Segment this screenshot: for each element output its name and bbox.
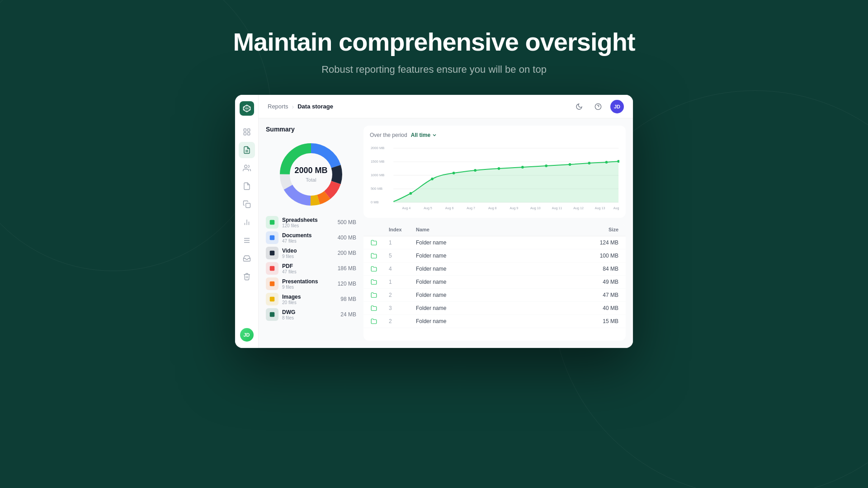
summary-title: Summary — [266, 126, 356, 133]
table-col-index: Index — [389, 227, 416, 232]
table-cell-name: Folder name — [416, 279, 582, 285]
table-cell-index: 1 — [389, 239, 416, 246]
sidebar-item-settings[interactable] — [239, 232, 255, 249]
file-list-item: Spreadsheets 120 files 500 MB — [266, 216, 356, 229]
file-name: Presentations — [282, 278, 334, 285]
file-name: Video — [282, 248, 334, 254]
sidebar-item-trash[interactable] — [239, 268, 255, 285]
folder-icon-cell — [371, 305, 389, 311]
table-cell-name: Folder name — [416, 318, 582, 324]
file-info: DWG 8 files — [282, 309, 337, 320]
table-row[interactable]: 5 Folder name 100 MB — [363, 249, 626, 263]
app-window: JD Reports › Data storage — [235, 95, 633, 348]
app-logo[interactable] — [240, 101, 254, 116]
file-size: 24 MB — [340, 311, 356, 318]
folder-icon-cell — [371, 292, 389, 298]
donut-total-value: 2000 MB — [294, 166, 327, 175]
table-header-row: Index Name Size — [363, 223, 626, 236]
table-cell-size: 40 MB — [582, 305, 618, 311]
sidebar-item-dashboard[interactable] — [239, 124, 255, 140]
hero-section: Maintain comprehensive oversight Robust … — [0, 0, 868, 75]
table-row[interactable]: 1 Folder name 49 MB — [363, 276, 626, 289]
chart-section: Over the period All time 2000 MB 1500 MB… — [363, 126, 626, 218]
sidebar-item-users[interactable] — [239, 160, 255, 176]
svg-point-47 — [569, 163, 571, 166]
hero-subtitle: Robust reporting features ensure you wil… — [0, 64, 868, 75]
file-list-item: DWG 8 files 24 MB — [266, 308, 356, 321]
header-actions: JD — [572, 100, 624, 113]
folder-icon — [371, 239, 377, 246]
sidebar-item-inbox[interactable] — [239, 250, 255, 267]
file-info: Presentations 9 files — [282, 278, 334, 290]
file-info: PDF 47 files — [282, 263, 334, 274]
file-type-icon — [266, 231, 278, 244]
svg-point-49 — [605, 161, 608, 164]
chart-period-select-button[interactable]: All time — [411, 132, 437, 138]
svg-rect-23 — [270, 220, 275, 225]
table-cell-size: 100 MB — [582, 253, 618, 259]
table-cell-size: 47 MB — [582, 292, 618, 298]
table-row[interactable]: 4 Folder name 84 MB — [363, 263, 626, 276]
table-cell-name: Folder name — [416, 266, 582, 272]
svg-point-48 — [588, 162, 591, 164]
svg-text:500 MB: 500 MB — [371, 187, 382, 191]
svg-rect-24 — [270, 235, 275, 240]
file-info: Documents 47 files — [282, 232, 334, 244]
sidebar-item-copy[interactable] — [239, 196, 255, 212]
file-list-item: Images 20 files 98 MB — [266, 293, 356, 305]
table-cell-name: Folder name — [416, 239, 582, 246]
header-user-avatar[interactable]: JD — [610, 100, 624, 113]
svg-rect-26 — [270, 266, 275, 271]
file-list-item: Video 9 files 200 MB — [266, 247, 356, 259]
table-row[interactable]: 2 Folder name 47 MB — [363, 289, 626, 302]
svg-rect-0 — [244, 129, 246, 131]
folder-icon — [371, 279, 377, 285]
table-cell-size: 15 MB — [582, 318, 618, 324]
table-cell-name: Folder name — [416, 292, 582, 298]
app-header: Reports › Data storage JD — [259, 95, 633, 118]
folder-table: Index Name Size 1 Folder name 124 MB 5 F… — [363, 223, 626, 341]
file-count: 47 files — [282, 269, 334, 274]
chart-header: Over the period All time — [370, 132, 619, 138]
svg-text:Aug 6: Aug 6 — [445, 206, 454, 210]
table-col-size: Size — [582, 227, 618, 232]
file-info: Video 9 files — [282, 248, 334, 259]
svg-rect-2 — [244, 133, 246, 135]
folder-icon-cell — [371, 253, 389, 259]
svg-text:Aug 9: Aug 9 — [510, 206, 519, 210]
svg-text:Aug 8: Aug 8 — [488, 206, 497, 210]
file-size: 200 MB — [338, 250, 356, 256]
table-row[interactable]: 3 Folder name 40 MB — [363, 302, 626, 315]
folder-icon — [371, 305, 377, 311]
sidebar-item-chart[interactable] — [239, 214, 255, 230]
svg-text:2000 MB: 2000 MB — [371, 146, 384, 150]
table-cell-index: 4 — [389, 266, 416, 272]
table-row[interactable]: 1 Folder name 124 MB — [363, 236, 626, 249]
sidebar-item-docs[interactable] — [239, 178, 255, 194]
sidebar-user-avatar[interactable]: JD — [240, 328, 254, 342]
file-list-item: PDF 47 files 186 MB — [266, 262, 356, 275]
chart-period-value: All time — [411, 132, 430, 138]
table-cell-name: Folder name — [416, 253, 582, 259]
file-name: Spreadsheets — [282, 217, 334, 223]
sidebar-item-reports[interactable] — [239, 142, 255, 158]
file-name: DWG — [282, 309, 337, 315]
table-row[interactable]: 2 Folder name 15 MB — [363, 315, 626, 328]
svg-rect-28 — [270, 297, 275, 302]
right-panel: Over the period All time 2000 MB 1500 MB… — [363, 126, 626, 341]
svg-rect-1 — [247, 129, 250, 131]
svg-rect-25 — [270, 251, 275, 256]
breadcrumb-parent[interactable]: Reports — [268, 103, 288, 110]
file-info: Spreadsheets 120 files — [282, 217, 334, 228]
donut-chart: 2000 MB Total — [266, 138, 356, 211]
table-col-icon — [371, 227, 389, 232]
folder-icon — [371, 292, 377, 298]
file-list: Spreadsheets 120 files 500 MB Documents … — [266, 216, 356, 321]
chart-area: 2000 MB 1500 MB 1000 MB 500 MB 0 MB — [370, 144, 619, 211]
svg-rect-29 — [270, 312, 275, 317]
help-button[interactable] — [591, 100, 605, 113]
theme-toggle-button[interactable] — [572, 100, 586, 113]
svg-text:Aug 4: Aug 4 — [402, 206, 411, 210]
file-list-item: Presentations 9 files 120 MB — [266, 277, 356, 290]
chevron-down-icon — [432, 132, 437, 138]
